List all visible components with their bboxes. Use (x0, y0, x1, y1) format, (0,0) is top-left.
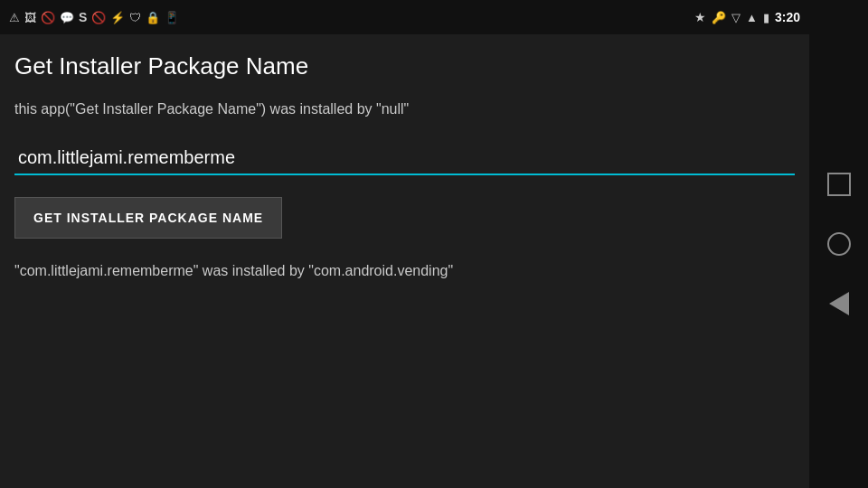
shield-icon: 🛡 (129, 11, 141, 24)
block-icon: 🚫 (91, 11, 106, 24)
get-installer-button[interactable]: GET INSTALLER PACKAGE NAME (14, 197, 282, 239)
info-text: this app("Get Installer Package Name") w… (14, 99, 795, 120)
input-container (14, 142, 795, 175)
back-icon (829, 292, 849, 315)
status-bar-left: ⚠ 🖼 🚫 💬 S 🚫 ⚡ 🛡 🔒 📱 (9, 10, 179, 24)
bluetooth-icon: ★ (694, 10, 706, 24)
battery-icon: ▮ (763, 11, 769, 24)
back-button[interactable] (829, 292, 849, 315)
home-button[interactable] (827, 232, 851, 256)
recent-apps-button[interactable] (827, 173, 851, 196)
lock-icon: 🔒 (146, 11, 160, 24)
app-title: Get Installer Package Name (14, 52, 795, 80)
s-icon: S (79, 10, 87, 24)
phone-icon: 📱 (165, 11, 179, 24)
nav-sidebar (809, 0, 868, 488)
result-text: "com.littlejami.rememberme" was installe… (14, 260, 795, 282)
package-name-input[interactable] (14, 142, 795, 175)
signal-icon: ▲ (746, 11, 758, 24)
bolt-icon: ⚡ (110, 11, 125, 24)
status-bar-right: ★ 🔑 ▽ ▲ ▮ 3:20 (694, 10, 800, 24)
app-content: Get Installer Package Name this app("Get… (0, 34, 809, 488)
home-icon (827, 232, 851, 256)
warning-icon: ⚠ (9, 11, 20, 24)
main-area: ⚠ 🖼 🚫 💬 S 🚫 ⚡ 🛡 🔒 📱 ★ 🔑 ▽ ▲ ▮ 3:20 Get I… (0, 0, 809, 488)
wifi-icon: ▽ (731, 11, 741, 24)
chat-icon: 💬 (60, 11, 74, 24)
image-icon: 🖼 (24, 11, 36, 24)
key-icon: 🔑 (712, 11, 726, 24)
no-calls-icon: 🚫 (41, 11, 55, 24)
status-bar: ⚠ 🖼 🚫 💬 S 🚫 ⚡ 🛡 🔒 📱 ★ 🔑 ▽ ▲ ▮ 3:20 (0, 0, 809, 34)
recent-apps-icon (827, 173, 851, 196)
status-time: 3:20 (775, 10, 800, 24)
